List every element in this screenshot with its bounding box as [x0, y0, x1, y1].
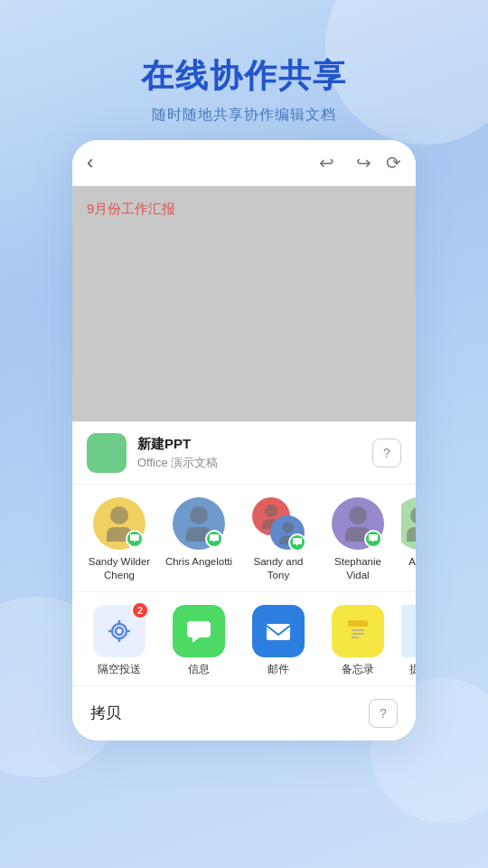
app-name-airdrop: 隔空投送	[98, 663, 141, 676]
question-mark-icon: ?	[380, 706, 387, 721]
person-head	[110, 506, 128, 524]
contact-avatar-wrapper-chris	[173, 497, 225, 550]
app-item-notes[interactable]: 备忘录	[322, 605, 394, 676]
app-icon-mail	[252, 605, 305, 657]
header-section: 在线协作共享 随时随地共享协作编辑文档	[0, 0, 488, 143]
airdrop-icon	[104, 616, 135, 646]
app-icon-messages	[173, 605, 225, 657]
app-icon-wrapper-airdrop: 2	[93, 605, 145, 657]
file-type: Office 演示文稿	[137, 455, 372, 471]
message-badge	[364, 530, 382, 548]
svg-rect-9	[348, 620, 368, 627]
contact-name-sandy-wilder: Sandy Wilder Cheng	[84, 555, 155, 582]
airdrop-badge: 2	[131, 601, 149, 619]
file-icon	[87, 433, 127, 473]
contacts-row: Sandy Wilder Cheng Chris Angelotti	[72, 497, 416, 582]
undo-button[interactable]: ↩	[319, 152, 334, 174]
app-icon-notes	[332, 605, 384, 657]
message-badge	[288, 533, 306, 552]
message-badge	[126, 530, 144, 548]
contact-name-sandy-tony: Sandy and Tony	[243, 555, 314, 582]
person-head	[265, 505, 277, 517]
apps-section: 2 隔空投送 信息	[72, 592, 416, 685]
phone-mockup: ‹ ↩ ↪ ⟳ 9月份工作汇报 新建PPT Office 演示文稿 ?	[72, 140, 416, 741]
message-icon	[129, 533, 140, 544]
app-name-messages: 信息	[188, 663, 210, 676]
refresh-button[interactable]: ⟳	[386, 152, 401, 174]
app-item-messages[interactable]: 信息	[163, 605, 235, 676]
app-icon-wrapper-messages	[173, 605, 225, 657]
contact-item-sandy-wilder[interactable]: Sandy Wilder Cheng	[83, 497, 155, 582]
contact-avatar-wrapper-sandy-wilder	[93, 497, 145, 550]
contact-avatar-wrapper-sandy-tony	[252, 497, 305, 550]
contact-item-stephanie[interactable]: Stephanie Vidal	[322, 497, 394, 582]
sub-title: 随时随地共享协作编辑文档	[0, 106, 488, 125]
app-item-airdrop[interactable]: 2 隔空投送	[83, 605, 155, 676]
person-head	[190, 506, 208, 524]
person-head	[410, 506, 416, 524]
mail-icon	[263, 616, 294, 646]
contact-name-chris: Chris Angelotti	[165, 555, 232, 569]
phone-toolbar: ‹ ↩ ↪ ⟳	[72, 140, 416, 186]
app-item-extra[interactable]: 提...	[401, 605, 416, 676]
contacts-section: Sandy Wilder Cheng Chris Angelotti	[72, 485, 416, 592]
person-silhouette	[401, 497, 416, 550]
person-head	[349, 506, 367, 524]
message-icon	[209, 533, 220, 544]
main-title: 在线协作共享	[0, 54, 488, 99]
app-item-mail[interactable]: 邮件	[242, 605, 314, 676]
svg-point-1	[116, 627, 123, 635]
copy-label: 拷贝	[90, 703, 121, 723]
notes-icon	[343, 616, 373, 646]
message-icon	[368, 533, 379, 544]
back-button[interactable]: ‹	[87, 151, 93, 175]
svg-rect-6	[187, 621, 211, 637]
file-help-button[interactable]: ?	[372, 439, 401, 467]
message-icon	[292, 537, 303, 548]
person-head	[282, 522, 294, 533]
svg-point-0	[112, 624, 127, 638]
bottom-help-button[interactable]: ?	[369, 699, 398, 728]
message-badge	[205, 530, 223, 548]
svg-rect-7	[267, 624, 290, 640]
file-info-bar: 新建PPT Office 演示文稿 ?	[72, 421, 416, 485]
document-title: 9月份工作汇报	[87, 201, 401, 218]
document-area: 9月份工作汇报	[72, 186, 416, 421]
contact-avatar-wrapper-stephanie	[332, 497, 384, 550]
app-name-extra: 提...	[409, 663, 416, 676]
contact-item-sandy-tony[interactable]: Sandy and Tony	[242, 497, 314, 582]
apps-row: 2 隔空投送 信息	[72, 605, 416, 676]
contact-item-extra[interactable]: An...	[401, 497, 416, 582]
app-icon-wrapper-extra	[401, 605, 416, 657]
contact-avatar-extra	[401, 497, 416, 550]
messages-icon	[183, 616, 214, 646]
app-icon-extra	[401, 605, 416, 657]
app-name-mail: 邮件	[267, 663, 289, 676]
file-details: 新建PPT Office 演示文稿	[137, 436, 372, 471]
toolbar-nav: ↩ ↪	[319, 152, 371, 174]
app-name-notes: 备忘录	[342, 663, 374, 676]
app-icon-wrapper-notes	[332, 605, 384, 657]
contact-name-stephanie: Stephanie Vidal	[323, 555, 393, 582]
person-body	[407, 527, 416, 542]
contact-avatar-wrapper-extra	[401, 497, 416, 550]
app-icon-wrapper-mail	[252, 605, 305, 657]
bottom-bar: 拷贝 ?	[72, 685, 416, 741]
contact-item-chris[interactable]: Chris Angelotti	[163, 497, 235, 582]
question-mark-icon: ?	[383, 446, 390, 460]
redo-button[interactable]: ↪	[356, 152, 371, 174]
file-name: 新建PPT	[137, 436, 372, 453]
contact-name-extra: An...	[408, 555, 416, 569]
